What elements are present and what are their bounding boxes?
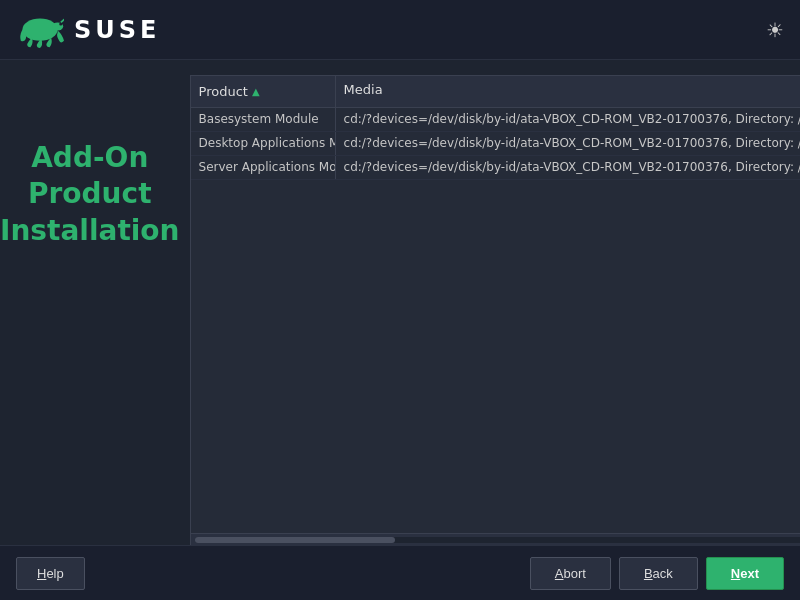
suse-text: SUSE <box>74 16 160 44</box>
sort-arrow-icon: ▲ <box>252 86 260 97</box>
cell-media-0: cd:/?devices=/dev/disk/by-id/ata-VBOX_CD… <box>336 108 800 131</box>
content-area: Product ▲ Media Basesystem Module cd:/?d… <box>180 60 800 600</box>
cell-product-1: Desktop Applications Module <box>191 132 336 155</box>
table-row[interactable]: Server Applications Module cd:/?devices=… <box>191 156 800 180</box>
svg-point-2 <box>59 22 62 25</box>
nav-buttons: Abort Back Next <box>530 557 784 590</box>
table-header: Product ▲ Media <box>191 76 800 108</box>
bottom-bar: Help Abort Back Next <box>0 545 800 600</box>
svg-point-0 <box>22 18 57 40</box>
scrollbar-thumb[interactable] <box>195 537 395 543</box>
cell-media-2: cd:/?devices=/dev/disk/by-id/ata-VBOX_CD… <box>336 156 800 179</box>
logo-area: SUSE <box>16 12 160 48</box>
addon-table: Product ▲ Media Basesystem Module cd:/?d… <box>190 75 800 546</box>
cell-media-1: cd:/?devices=/dev/disk/by-id/ata-VBOX_CD… <box>336 132 800 155</box>
main-layout: Add-On Product Installation Product ▲ Me… <box>0 60 800 600</box>
abort-button[interactable]: Abort <box>530 557 611 590</box>
back-button[interactable]: Back <box>619 557 698 590</box>
column-media: Media <box>336 76 800 107</box>
scrollbar-track <box>195 537 800 543</box>
horizontal-scrollbar[interactable] <box>191 533 800 545</box>
cell-product-0: Basesystem Module <box>191 108 336 131</box>
sidebar: Add-On Product Installation <box>0 60 180 600</box>
next-button[interactable]: Next <box>706 557 784 590</box>
column-product[interactable]: Product ▲ <box>191 76 336 107</box>
brightness-icon[interactable]: ☀ <box>766 18 784 42</box>
table-body: Basesystem Module cd:/?devices=/dev/disk… <box>191 108 800 533</box>
help-button[interactable]: Help <box>16 557 85 590</box>
table-row[interactable]: Desktop Applications Module cd:/?devices… <box>191 132 800 156</box>
header: SUSE ☀ <box>0 0 800 60</box>
suse-logo-icon <box>16 12 64 48</box>
cell-product-2: Server Applications Module <box>191 156 336 179</box>
page-title: Add-On Product Installation <box>0 140 180 249</box>
table-row[interactable]: Basesystem Module cd:/?devices=/dev/disk… <box>191 108 800 132</box>
